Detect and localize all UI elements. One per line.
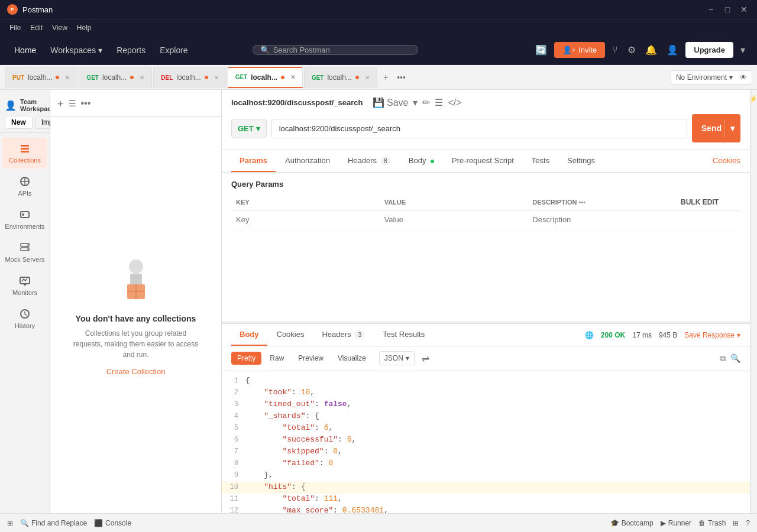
description-button[interactable]: ☰ [435, 97, 443, 108]
tab-0[interactable]: PUT localh... ✕ [5, 67, 77, 88]
more-tabs-button[interactable]: ••• [397, 73, 406, 82]
send-button[interactable]: Send ▾ [692, 114, 740, 142]
req-tab-params[interactable]: Params [231, 150, 276, 172]
code-button[interactable]: </> [448, 97, 461, 108]
wrap-button[interactable]: ⇌ [422, 353, 429, 364]
tab-label-0: localh... [28, 73, 52, 82]
create-collection-button[interactable]: Create Collection [106, 367, 166, 376]
value-input[interactable] [384, 215, 523, 224]
tab-method-3: GET [235, 74, 248, 80]
runner-button[interactable]: ▶ Runner [661, 519, 691, 527]
search-placeholder: Search Postman [273, 46, 330, 54]
sidebar-item-monitors[interactable]: Monitors [2, 270, 47, 301]
cookies-link[interactable]: Cookies [713, 150, 740, 172]
nav-home[interactable]: Home [9, 43, 41, 57]
col-more-icon[interactable]: ••• [579, 199, 586, 206]
sidebar-item-collections[interactable]: Collections [2, 138, 47, 168]
close-button[interactable]: ✕ [738, 4, 750, 15]
tab-method-0: PUT [12, 74, 24, 81]
req-tab-pre-request[interactable]: Pre-request Script [444, 150, 522, 172]
save-response-button[interactable]: Save Response ▾ [684, 331, 740, 339]
trash-icon: 🗑 [698, 519, 706, 527]
settings-icon[interactable]: ⚙ [625, 42, 638, 58]
json-line-1: 1 { [222, 375, 750, 387]
new-button[interactable]: New [5, 116, 33, 129]
maximize-button[interactable]: □ [722, 4, 733, 15]
tab-2[interactable]: DEL localh... ✕ [153, 67, 226, 88]
sync-icon[interactable]: 🔄 [533, 42, 549, 58]
fork-icon[interactable]: ⑂ [610, 43, 620, 58]
req-tab-tests[interactable]: Tests [523, 150, 558, 172]
more-options-button[interactable]: ••• [81, 98, 91, 109]
tab-close-4[interactable]: ✕ [365, 74, 370, 81]
filter-button[interactable]: ☰ [69, 99, 76, 108]
key-input[interactable] [236, 215, 375, 224]
body-tab-visualize[interactable]: Visualize [332, 352, 372, 365]
tab-close-0[interactable]: ✕ [65, 74, 70, 81]
console-button[interactable]: ⬛ Console [94, 519, 131, 527]
tab-3[interactable]: GET localh... ✕ [228, 67, 303, 88]
layout-button[interactable]: ⊞ [733, 519, 739, 527]
minimize-button[interactable]: − [705, 4, 717, 15]
sidebar-item-environments[interactable]: Environments [2, 204, 47, 235]
menu-edit[interactable]: Edit [30, 24, 43, 32]
body-tab-raw[interactable]: Raw [264, 352, 290, 365]
desc-input[interactable] [532, 215, 671, 224]
tab-method-2: DEL [161, 74, 173, 81]
workspace-name: Team Workspace [20, 98, 55, 112]
invite-button[interactable]: 👤+ Invite [554, 42, 606, 58]
copy-button[interactable]: ⧉ [720, 353, 726, 364]
tab-close-1[interactable]: ✕ [140, 74, 144, 81]
bulk-edit-button[interactable]: Bulk Edit [681, 198, 719, 206]
req-tab-headers[interactable]: Headers 8 [339, 150, 399, 172]
format-selector[interactable]: JSON ▾ [379, 351, 415, 365]
sidebar-item-mock-servers[interactable]: Mock Servers [2, 237, 47, 268]
right-panel-btn[interactable]: ⚡ [750, 95, 757, 102]
edit-button[interactable]: ✏ [422, 97, 430, 108]
resp-tab-body[interactable]: Body [231, 324, 267, 346]
svg-point-12 [27, 245, 28, 246]
req-tab-authorization[interactable]: Authorization [277, 150, 338, 172]
tab-close-2[interactable]: ✕ [214, 74, 219, 81]
menu-file[interactable]: File [9, 24, 21, 32]
menu-help[interactable]: Help [77, 24, 92, 32]
resp-tab-headers[interactable]: Headers 3 [313, 324, 373, 346]
upgrade-button[interactable]: Upgrade [685, 42, 733, 58]
send-dropdown-icon[interactable]: ▾ [724, 119, 740, 138]
url-input[interactable] [271, 119, 687, 138]
tab-4[interactable]: GET localh... ✕ [304, 67, 377, 88]
trash-button[interactable]: 🗑 Trash [698, 519, 726, 527]
add-collection-button[interactable]: + [57, 98, 64, 111]
req-tab-settings[interactable]: Settings [559, 150, 603, 172]
add-tab-button[interactable]: + [378, 72, 393, 83]
menu-view[interactable]: View [52, 24, 67, 32]
tab-label-4: localh... [327, 73, 351, 82]
sidebar-item-apis[interactable]: APIs [2, 171, 47, 202]
nav-reports[interactable]: Reports [112, 43, 150, 57]
save-dropdown-button[interactable]: ▾ [413, 97, 418, 108]
help-button[interactable]: ? [746, 519, 750, 527]
body-dot [431, 160, 434, 163]
search-button[interactable]: 🔍 [730, 353, 740, 364]
environment-selector[interactable]: No Environment ▾ 👁 [671, 70, 752, 85]
find-replace-button[interactable]: 🔍 Find and Replace [20, 519, 87, 527]
search-bar[interactable]: 🔍 Search Postman [253, 45, 418, 55]
nav-explore[interactable]: Explore [155, 43, 192, 57]
notification-icon[interactable]: 🔔 [643, 42, 659, 58]
resp-tab-cookies[interactable]: Cookies [268, 324, 313, 346]
new-tab-button[interactable]: ⊞ [7, 519, 13, 527]
method-selector[interactable]: GET ▾ [231, 119, 267, 138]
req-tab-body[interactable]: Body [400, 150, 442, 172]
save-button[interactable]: 💾 Save [373, 97, 409, 108]
tab-1[interactable]: GET localh... ✕ [79, 67, 152, 88]
sidebar-item-history[interactable]: History [2, 303, 47, 334]
avatar-icon[interactable]: 👤 [664, 42, 681, 58]
resp-tab-test-results[interactable]: Test Results [374, 324, 433, 346]
dropdown-arrow-icon[interactable]: ▾ [738, 42, 748, 58]
tab-close-3[interactable]: ✕ [290, 74, 295, 80]
runner-icon: ▶ [661, 519, 666, 527]
nav-workspaces[interactable]: Workspaces ▾ [46, 43, 107, 57]
bootcamp-button[interactable]: 🎓 Bootcamp [610, 519, 654, 527]
body-tab-preview[interactable]: Preview [292, 352, 329, 365]
body-tab-pretty[interactable]: Pretty [231, 352, 261, 365]
